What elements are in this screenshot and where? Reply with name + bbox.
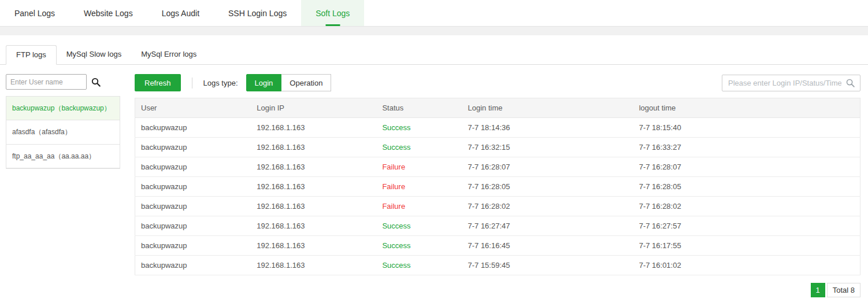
cell-login-ip: 192.168.1.163 [251, 177, 376, 197]
table-header: User Login IP Status Login time logout t… [135, 98, 860, 118]
logs-type-option-label: Login [255, 79, 273, 87]
table-body: backupwazup 192.168.1.163 Success 7-7 18… [135, 118, 860, 275]
cell-logout-time: 7-7 16:17:55 [633, 236, 860, 256]
cell-logout-time: 7-7 18:15:40 [633, 118, 860, 138]
total-count-label: Total 8 [827, 283, 860, 297]
logs-type-label: Logs type: [203, 79, 238, 87]
search-icon[interactable] [845, 78, 855, 88]
status-text: Success [382, 123, 410, 132]
cell-login-time: 7-7 16:27:47 [462, 216, 633, 236]
cell-logout-time: 7-7 16:28:07 [633, 157, 860, 177]
ftp-user-list-item[interactable]: afasdfa（afasdfa） [6, 120, 120, 144]
cell-status: Success [376, 118, 462, 138]
cell-user: backupwazup [135, 157, 251, 177]
cell-logout-time: 7-7 16:01:02 [633, 256, 860, 275]
cell-user: backupwazup [135, 138, 251, 157]
status-text: Success [382, 143, 410, 152]
cell-logout-time: 7-7 16:27:57 [633, 216, 860, 236]
soft-logs-page: Panel Logs Website Logs Logs Audit SSH L… [0, 0, 868, 306]
log-filter-search [722, 75, 860, 91]
cell-login-time: 7-7 18:14:36 [462, 118, 633, 138]
cell-login-ip: 192.168.1.163 [251, 236, 376, 256]
table-row: backupwazup 192.168.1.163 Failure 7-7 16… [135, 177, 860, 197]
top-tab[interactable]: Panel Logs [0, 0, 69, 26]
table-row: backupwazup 192.168.1.163 Success 7-7 18… [135, 118, 860, 138]
cell-user: backupwazup [135, 197, 251, 216]
ftp-user-label: ftp_aa_aa_aa（aa.aa.aa） [12, 152, 95, 160]
ftp-user-list-item[interactable]: backupwazup（backupwazup） [6, 97, 120, 120]
logs-main-panel: Refresh Logs type: Login Operation [135, 74, 860, 297]
logs-type-option[interactable]: Operation [281, 74, 331, 91]
cell-login-ip: 192.168.1.163 [251, 157, 376, 177]
table-row: backupwazup 192.168.1.163 Success 7-7 16… [135, 216, 860, 236]
cell-user: backupwazup [135, 118, 251, 138]
table-row: backupwazup 192.168.1.163 Failure 7-7 16… [135, 157, 860, 177]
cell-login-ip: 192.168.1.163 [251, 256, 376, 275]
page-1-button[interactable]: 1 [811, 283, 825, 297]
cell-login-ip: 192.168.1.163 [251, 216, 376, 236]
status-text: Failure [382, 163, 405, 171]
column-header-status: Status [376, 98, 462, 118]
top-tab[interactable]: SSH Login Logs [214, 0, 301, 26]
search-icon[interactable] [91, 77, 101, 87]
refresh-button[interactable]: Refresh [135, 74, 181, 91]
cell-user: backupwazup [135, 236, 251, 256]
page-divider-band [0, 27, 868, 35]
sub-tab-bar: FTP logs MySql Slow logs MySql Error log… [0, 35, 868, 65]
cell-user: backupwazup [135, 256, 251, 275]
column-header-login-ip: Login IP [251, 98, 376, 118]
cell-login-time: 7-7 15:59:45 [462, 256, 633, 275]
logs-type-toggle: Login Operation [246, 74, 332, 91]
column-header-user: User [135, 98, 251, 118]
cell-user: backupwazup [135, 177, 251, 197]
cell-login-ip: 192.168.1.163 [251, 118, 376, 138]
column-header-logout-time: logout time [633, 98, 860, 118]
cell-logout-time: 7-7 16:28:05 [633, 177, 860, 197]
ftp-user-list-item[interactable]: ftp_aa_aa_aa（aa.aa.aa） [6, 145, 120, 168]
status-text: Success [382, 241, 410, 250]
status-text: Success [382, 261, 410, 270]
sub-tab-label: FTP logs [16, 50, 46, 59]
cell-login-time: 7-7 16:28:07 [462, 157, 633, 177]
ftp-user-sidebar: backupwazup（backupwazup） afasdfa（afasdfa… [6, 74, 120, 297]
sub-tab[interactable]: MySql Slow logs [57, 45, 131, 64]
cell-login-ip: 192.168.1.163 [251, 138, 376, 157]
cell-login-ip: 192.168.1.163 [251, 197, 376, 216]
top-tab-bar: Panel Logs Website Logs Logs Audit SSH L… [0, 0, 868, 27]
top-tab[interactable]: Logs Audit [147, 0, 214, 26]
top-tab-label: Panel Logs [14, 9, 55, 18]
sub-tab-label: MySql Slow logs [66, 50, 121, 58]
cell-logout-time: 7-7 16:28:02 [633, 197, 860, 216]
cell-logout-time: 7-7 16:33:27 [633, 138, 860, 157]
logs-type-option[interactable]: Login [246, 74, 282, 91]
cell-status: Failure [376, 157, 462, 177]
logs-toolbar: Refresh Logs type: Login Operation [135, 74, 860, 91]
sub-tab-label: MySql Error logs [141, 50, 196, 58]
user-search-input[interactable] [6, 74, 87, 90]
ftp-login-logs-table: User Login IP Status Login time logout t… [135, 98, 860, 275]
cell-login-time: 7-7 16:16:45 [462, 236, 633, 256]
status-text: Success [382, 222, 410, 230]
ftp-user-label: afasdfa（afasdfa） [12, 128, 72, 136]
cell-status: Failure [376, 177, 462, 197]
content-area: backupwazup（backupwazup） afasdfa（afasdfa… [0, 65, 868, 297]
status-text: Failure [382, 182, 405, 191]
cell-status: Success [376, 138, 462, 157]
ftp-user-label: backupwazup（backupwazup） [12, 104, 111, 112]
top-tab[interactable]: Soft Logs [301, 0, 364, 26]
cell-status: Failure [376, 197, 462, 216]
cell-login-time: 7-7 16:32:15 [462, 138, 633, 157]
pagination: 1 Total 8 [135, 283, 860, 297]
top-tab[interactable]: Website Logs [69, 0, 147, 26]
top-tab-label: Soft Logs [316, 9, 350, 18]
sub-tab[interactable]: FTP logs [6, 45, 57, 65]
log-filter-input[interactable] [722, 75, 860, 91]
top-tab-label: SSH Login Logs [228, 9, 287, 18]
top-tab-label: Website Logs [84, 9, 133, 18]
sub-tab[interactable]: MySql Error logs [131, 45, 206, 64]
top-tab-label: Logs Audit [162, 9, 199, 18]
cell-login-time: 7-7 16:28:02 [462, 197, 633, 216]
user-search-row [6, 74, 120, 90]
cell-login-time: 7-7 16:28:05 [462, 177, 633, 197]
ftp-user-list: backupwazup（backupwazup） afasdfa（afasdfa… [6, 96, 120, 169]
